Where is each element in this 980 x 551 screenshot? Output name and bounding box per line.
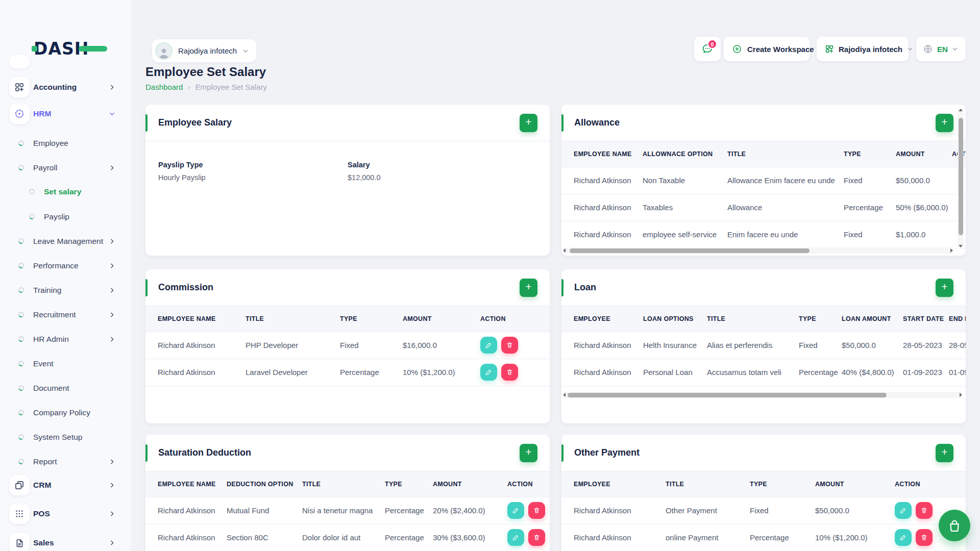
column-header: AMOUNT: [896, 141, 952, 167]
sidebar-item-performance[interactable]: Performance: [0, 254, 131, 278]
sidebar-item-crm[interactable]: CRM: [0, 473, 131, 497]
breadcrumb: Dashboard › Employee Set Salary: [145, 83, 267, 91]
messenger-button[interactable]: 0: [694, 37, 721, 61]
scroll-down-arrow[interactable]: [959, 245, 963, 247]
column-header: TITLE: [727, 141, 844, 167]
sidebar-item-document[interactable]: Document: [0, 376, 131, 400]
sidebar-item-training[interactable]: Training: [0, 278, 131, 303]
scrollbar-thumb[interactable]: [959, 118, 963, 235]
add-salary-button[interactable]: +: [520, 114, 537, 132]
sidebar-item-event[interactable]: Event: [0, 352, 131, 376]
horizontal-scrollbar[interactable]: [564, 392, 962, 398]
table-row: Richard Atkinson Other Payment Fixed $50…: [561, 497, 966, 524]
table-row: Richard Atkinson Personal Loan Accusamus…: [561, 359, 966, 386]
sidebar-item-set-salary[interactable]: Set salary: [0, 180, 131, 204]
sidebar-item-recruitment[interactable]: Recruitment: [0, 303, 131, 327]
sidebar-item-system-setup[interactable]: System Setup: [0, 425, 131, 449]
card-accent-bar: [145, 114, 148, 132]
column-header: AMOUNT: [403, 306, 480, 332]
delete-button[interactable]: [916, 529, 933, 546]
chevron-down-icon: [952, 46, 958, 52]
edit-button[interactable]: [507, 529, 524, 546]
vertical-scrollbar[interactable]: [958, 109, 964, 247]
table-row: Richard Atkinson Helth Insurance Alias e…: [561, 332, 966, 359]
allowance-table: EMPLOYEE NAME ALLOWNACE OPTION TITLE TYP…: [561, 141, 966, 248]
sidebar-item-report[interactable]: Report: [0, 449, 131, 474]
workspace-selector[interactable]: Rajodiya infotech: [817, 37, 909, 61]
language-selector[interactable]: EN: [916, 37, 966, 61]
scrollbar-thumb[interactable]: [570, 248, 810, 253]
add-commission-button[interactable]: +: [520, 279, 537, 297]
hrm-icon: [9, 104, 30, 124]
delete-button[interactable]: [501, 364, 518, 381]
scrollbar-thumb[interactable]: [568, 393, 887, 397]
bullet-icon: [17, 384, 24, 391]
sidebar-item-pos[interactable]: POS: [0, 502, 131, 526]
chevron-right-icon: [109, 165, 115, 171]
breadcrumb-dashboard-link[interactable]: Dashboard: [145, 83, 183, 91]
sidebar-item-company-policy[interactable]: Company Policy: [0, 400, 131, 425]
breadcrumb-separator: ›: [188, 83, 190, 91]
sidebar-item-payslip[interactable]: Payslip: [0, 205, 131, 229]
column-header: TYPE: [844, 141, 896, 167]
delete-button[interactable]: [501, 337, 518, 354]
scroll-left-arrow[interactable]: [563, 393, 566, 397]
sidebar-item-sales[interactable]: Sales: [0, 531, 131, 551]
table-row: Richard Atkinson Non Taxable Allowance E…: [561, 167, 966, 194]
sidebar-item-accounting[interactable]: Accounting: [0, 75, 131, 99]
table-row: Richard Atkinson PHP Developer Fixed $16…: [145, 332, 550, 359]
edit-button[interactable]: [480, 364, 497, 381]
sidebar-item-payroll[interactable]: Payroll: [0, 156, 131, 180]
column-header: TITLE: [707, 306, 799, 332]
chevron-down-icon: [242, 48, 249, 54]
scroll-right-arrow[interactable]: [950, 248, 953, 253]
bullet-icon: [17, 286, 24, 293]
dash-logo[interactable]: DASH: [32, 39, 107, 59]
table-row: Richard Atkinson employee self-service E…: [561, 221, 966, 248]
delete-button[interactable]: [916, 502, 933, 519]
column-header: EMPLOYEE NAME: [145, 471, 227, 497]
card-accent-bar: [561, 444, 564, 462]
horizontal-scrollbar[interactable]: [564, 247, 952, 254]
edit-button[interactable]: [480, 337, 497, 354]
add-other-payment-button[interactable]: +: [936, 444, 953, 462]
add-loan-button[interactable]: +: [936, 279, 953, 297]
table-row: Richard Atkinson Mutual Fund Nisi a tene…: [145, 497, 550, 524]
create-workspace-button[interactable]: Create Workspace: [724, 37, 810, 61]
edit-button[interactable]: [895, 502, 912, 519]
edit-button[interactable]: [895, 529, 912, 546]
add-deduction-button[interactable]: +: [520, 444, 537, 462]
column-header: TYPE: [799, 306, 842, 332]
edit-button[interactable]: [507, 502, 524, 519]
column-header: EMPLOYEE: [561, 306, 643, 332]
table-row: Richard Atkinson Section 80C Dolor dolor…: [145, 524, 550, 551]
chevron-down-icon: [109, 111, 115, 117]
sidebar-item-leave-management[interactable]: Leave Management: [0, 229, 131, 254]
chevron-right-icon: [109, 336, 115, 343]
column-header: TITLE: [666, 471, 750, 497]
chevron-right-icon: [109, 482, 115, 489]
floating-shop-button[interactable]: [939, 510, 970, 541]
column-header: START DATE: [903, 306, 949, 332]
sidebar-item-hrm[interactable]: HRM: [0, 102, 131, 126]
scroll-left-arrow[interactable]: [563, 248, 566, 253]
company-user-chip[interactable]: Rajodiya infotech: [152, 39, 256, 62]
sidebar-item-employee[interactable]: Employee: [0, 131, 131, 156]
card-title: Commission: [158, 282, 213, 293]
scroll-right-arrow[interactable]: [960, 393, 962, 397]
table-row: Richard Atkinson Laravel Developer Perce…: [145, 359, 550, 386]
column-header: EMPLOYEE: [561, 471, 666, 497]
delete-button[interactable]: [528, 529, 545, 546]
column-header: TITLE: [302, 471, 385, 497]
salary-field: Salary $12,000.0: [348, 161, 381, 182]
other-payment-card: Other Payment + EMPLOYEE TITLE TYPE AMOU…: [561, 435, 966, 551]
scroll-up-arrow[interactable]: [959, 109, 963, 111]
card-title: Other Payment: [574, 447, 640, 458]
chevron-right-icon: [109, 511, 115, 517]
other-payment-table: EMPLOYEE TITLE TYPE AMOUNT ACTION Richar…: [561, 471, 966, 551]
chevron-right-icon: [109, 312, 115, 318]
delete-button[interactable]: [528, 502, 545, 519]
sidebar-item-hr-admin[interactable]: HR Admin: [0, 327, 131, 352]
column-header: ALLOWNACE OPTION: [643, 141, 727, 167]
add-allowance-button[interactable]: +: [936, 114, 953, 132]
